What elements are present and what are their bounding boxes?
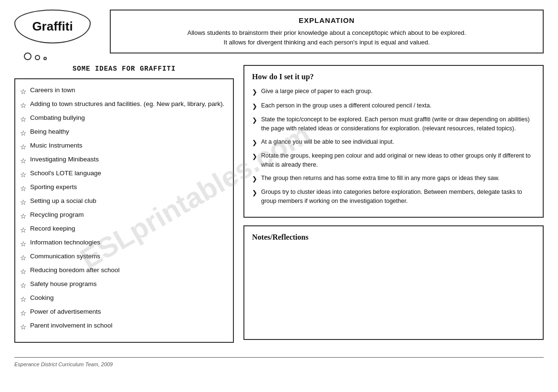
ideas-item-text: Record keeping [30,224,75,233]
star-icon: ☆ [20,308,26,318]
bubble-circle-2 [35,55,40,60]
notes-box: Notes/Reflections [243,225,544,340]
ideas-list-item: ☆Record keeping [20,224,226,235]
star-icon: ☆ [20,266,26,276]
ideas-list-item: ☆Communication systems [20,252,226,263]
footer-credit: Esperance District Curriculum Team, 2009 [14,361,113,367]
ideas-list-item: ☆Cooking [20,294,226,304]
notes-title: Notes/Reflections [252,233,535,242]
star-icon: ☆ [20,100,26,110]
ideas-item-text: Communication systems [30,252,100,261]
ideas-item-text: Careers in town [30,86,75,95]
ideas-item-text: Investigating Minibeasts [30,155,99,164]
setup-list-item: ❯Rotate the groups, keeping pen colour a… [252,151,535,170]
ideas-list-item: ☆Adding to town structures and facilitie… [20,100,226,110]
page-title: Graffiti [32,19,73,33]
star-icon: ☆ [20,142,26,152]
star-icon: ☆ [20,322,26,332]
ideas-item-text: Recycling program [30,211,84,220]
star-icon: ☆ [20,239,26,249]
ideas-heading: SOME IDEAS FOR GRAFFITI [14,65,234,73]
star-icon: ☆ [20,225,26,235]
main-content: SOME IDEAS FOR GRAFFITI ☆Careers in town… [14,65,544,343]
bubble-circles [24,53,47,62]
ideas-box: ☆Careers in town☆Adding to town structur… [14,78,234,343]
star-icon: ☆ [20,280,26,290]
ideas-item-text: Information technologies [30,238,100,247]
explanation-box: EXPLANATION Allows students to brainstor… [110,10,544,53]
explanation-desc-1: Allows students to brainstorm their prio… [119,28,534,38]
star-icon: ☆ [20,128,26,138]
explanation-title: EXPLANATION [119,16,534,24]
ideas-item-text: Music Instruments [30,141,83,150]
thought-bubble: Graffiti [14,10,91,43]
ideas-list-item: ☆Safety house programs [20,280,226,290]
setup-item-text: The group then returns and has some extr… [261,174,500,183]
ideas-list-item: ☆Parent involvement in school [20,321,226,332]
star-icon: ☆ [20,183,26,193]
ideas-item-text: Being healthy [30,127,69,137]
ideas-list: ☆Careers in town☆Adding to town structur… [20,86,226,332]
setup-item-text: Each person in the group uses a differen… [261,101,432,110]
ideas-list-item: ☆Careers in town [20,86,226,96]
star-icon: ☆ [20,197,26,207]
arrow-icon: ❯ [252,174,257,184]
arrow-icon: ❯ [252,102,257,111]
footer: Esperance District Curriculum Team, 2009 [14,357,544,367]
setup-box: How do I set it up? ❯Give a large piece … [243,65,544,218]
ideas-item-text: Setting up a social club [30,197,96,206]
right-column: How do I set it up? ❯Give a large piece … [243,65,544,340]
setup-title: How do I set it up? [252,73,535,81]
setup-list-item: ❯The group then returns and has some ext… [252,174,535,184]
setup-list-item: ❯Groups try to cluster ideas into catego… [252,188,535,206]
ideas-list-item: ☆Being healthy [20,127,226,138]
setup-item-text: State the topic/concept to be explored. … [261,115,535,133]
ideas-item-text: School's LOTE language [30,169,101,178]
setup-list-item: ❯State the topic/concept to be explored.… [252,115,535,133]
ideas-item-text: Safety house programs [30,280,97,289]
setup-list-item: ❯Each person in the group uses a differe… [252,101,535,111]
star-icon: ☆ [20,294,26,304]
ideas-item-text: Power of advertisements [30,307,101,317]
explanation-desc-2: It allows for divergent thinking and eac… [119,38,534,47]
setup-list-item: ❯Give a large piece of paper to each gro… [252,87,535,97]
setup-item-text: At a glance you will be able to see indi… [261,138,394,147]
ideas-list-item: ☆Setting up a social club [20,197,226,207]
left-column: SOME IDEAS FOR GRAFFITI ☆Careers in town… [14,65,234,343]
setup-item-text: Give a large piece of paper to each grou… [261,87,372,96]
ideas-item-text: Adding to town structures and facilities… [30,100,224,109]
star-icon: ☆ [20,114,26,124]
arrow-icon: ❯ [252,138,257,148]
ideas-list-item: ☆School's LOTE language [20,169,226,180]
setup-item-text: Rotate the groups, keeping pen colour an… [261,151,535,170]
star-icon: ☆ [20,170,26,180]
ideas-list-item: ☆Information technologies [20,238,226,249]
arrow-icon: ❯ [252,116,257,125]
ideas-list-item: ☆Reducing boredom after school [20,266,226,276]
ideas-list-item: ☆Recycling program [20,211,226,221]
ideas-list-item: ☆Sporting experts [20,183,226,193]
setup-item-text: Groups try to cluster ideas into categor… [261,188,535,206]
bubble-circle-3 [43,57,47,60]
ideas-list-item: ☆Combating bullying [20,114,226,124]
bubble-circle-1 [24,53,32,60]
arrow-icon: ❯ [252,152,257,161]
header: Graffiti EXPLANATION Allows students to … [14,10,544,53]
ideas-item-text: Parent involvement in school [30,321,113,330]
setup-list-item: ❯At a glance you will be able to see ind… [252,138,535,148]
ideas-item-text: Combating bullying [30,114,85,123]
star-icon: ☆ [20,211,26,221]
arrow-icon: ❯ [252,87,257,97]
star-icon: ☆ [20,86,26,96]
setup-list: ❯Give a large piece of paper to each gro… [252,87,535,206]
ideas-item-text: Reducing boredom after school [30,266,120,275]
ideas-list-item: ☆Investigating Minibeasts [20,155,226,166]
star-icon: ☆ [20,156,26,166]
star-icon: ☆ [20,253,26,263]
ideas-item-text: Sporting experts [30,183,77,192]
ideas-item-text: Cooking [30,294,54,303]
arrow-icon: ❯ [252,188,257,198]
ideas-list-item: ☆Power of advertisements [20,307,226,318]
ideas-list-item: ☆Music Instruments [20,141,226,152]
thought-bubble-container: Graffiti [14,10,100,53]
